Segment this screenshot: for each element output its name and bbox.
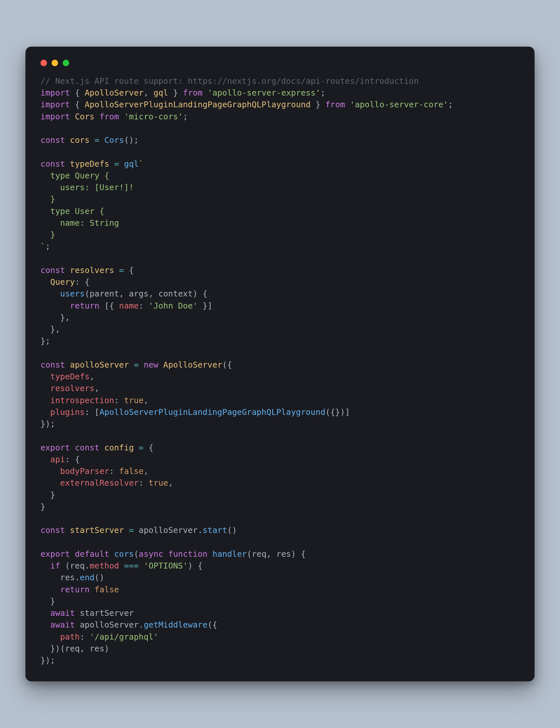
punc: .	[139, 620, 144, 629]
bool: false	[95, 585, 119, 594]
space	[90, 585, 95, 594]
punc: :	[114, 395, 124, 405]
op: =	[129, 525, 134, 535]
ident: apolloServer	[139, 525, 198, 535]
punc: ,	[144, 88, 148, 98]
punc: (	[134, 549, 139, 559]
call: getMiddleware	[144, 620, 208, 629]
punc: :	[109, 466, 119, 476]
ident: gql	[153, 88, 168, 98]
punc: }	[40, 490, 55, 500]
ident: startServer	[80, 608, 134, 618]
ident: ApolloServer	[85, 88, 144, 98]
punc: {	[193, 561, 203, 570]
punc: (	[247, 549, 252, 559]
prop: introspection	[50, 395, 114, 405]
punc: .	[75, 573, 80, 582]
code-block[interactable]: // Next.js API route support: https://ne…	[40, 75, 520, 667]
ident: req	[70, 561, 85, 570]
kw-from: from	[183, 88, 203, 98]
ident: apolloServer	[70, 360, 129, 369]
ident: startServer	[70, 525, 124, 535]
kw-const: const	[40, 266, 65, 275]
prop: typeDefs	[50, 372, 89, 381]
string: 'OPTIONS'	[144, 561, 188, 570]
kw-from: from	[100, 112, 119, 121]
punc: }	[316, 100, 320, 109]
punc: )	[188, 561, 193, 570]
punc: ()	[227, 525, 237, 535]
punc: ]	[345, 407, 350, 417]
call: cors	[114, 549, 134, 559]
string: 'John Doe'	[148, 301, 198, 311]
punc: ;	[45, 242, 50, 251]
punc: {	[148, 443, 153, 452]
prop: bodyParser	[60, 466, 109, 476]
punc: ({})	[325, 407, 345, 417]
punc: .	[198, 525, 203, 535]
punc: });	[40, 419, 55, 428]
call: start	[203, 525, 227, 535]
bool: true	[124, 395, 144, 405]
kw-const: const	[40, 159, 65, 169]
op: ===	[119, 561, 144, 570]
punc: });	[40, 656, 55, 665]
punc: ;	[448, 100, 453, 109]
punc: :	[80, 632, 89, 642]
punc: ,	[266, 549, 276, 559]
ident: config	[104, 443, 134, 452]
punc: :	[85, 407, 94, 417]
fn-name: handler	[212, 549, 247, 559]
string: }	[40, 194, 55, 204]
punc: ,	[144, 395, 148, 405]
punc: (	[60, 561, 70, 570]
close-icon[interactable]	[40, 60, 47, 66]
ident: res	[60, 573, 75, 582]
op: =	[114, 159, 119, 169]
zoom-icon[interactable]	[63, 60, 69, 66]
string: '/api/graphql'	[90, 632, 159, 642]
ident: ApolloServerPluginLandingPageGraphQLPlay…	[85, 100, 311, 109]
punc: ;	[134, 135, 139, 145]
punc: {	[296, 549, 306, 559]
kw-if: if	[50, 561, 60, 570]
op: =	[139, 443, 144, 452]
string: }	[40, 230, 55, 240]
kw-async: async	[139, 549, 163, 559]
prop: path	[60, 632, 80, 642]
punc: ;	[320, 88, 325, 98]
string: 'apollo-server-express'	[208, 88, 320, 98]
string: 'micro-cors'	[124, 112, 183, 121]
call: end	[80, 573, 94, 582]
prop: Query	[50, 277, 75, 287]
call: ApolloServerPluginLandingPageGraphQLPlay…	[100, 407, 325, 417]
ident: typeDefs	[70, 159, 109, 169]
string: `	[139, 159, 144, 169]
tag: gql	[124, 159, 139, 169]
punc: )	[104, 644, 109, 653]
punc: ,	[144, 466, 148, 476]
prop: plugins	[50, 407, 85, 417]
kw-const: const	[75, 443, 99, 452]
prop: api	[50, 455, 65, 464]
kw-import: import	[40, 100, 70, 109]
arg: res	[90, 644, 104, 653]
code-window: // Next.js API route support: https://ne…	[25, 47, 535, 682]
punc: .	[85, 561, 89, 570]
punc: :	[65, 455, 75, 464]
kw-export: export	[40, 549, 70, 559]
args: (parent, args, context)	[85, 289, 197, 299]
prop: resolvers	[50, 383, 94, 393]
punc: }	[40, 502, 45, 511]
punc: }	[40, 596, 55, 606]
kw-import: import	[40, 112, 70, 121]
kw-return: return	[70, 301, 99, 311]
punc: ,	[80, 644, 89, 653]
call: Cors	[104, 135, 124, 145]
string: name: String	[40, 218, 119, 228]
prop: name	[119, 301, 139, 311]
punc: ,	[168, 478, 173, 488]
traffic-lights	[40, 60, 520, 66]
kw-export: export	[40, 443, 70, 452]
minimize-icon[interactable]	[52, 60, 58, 66]
